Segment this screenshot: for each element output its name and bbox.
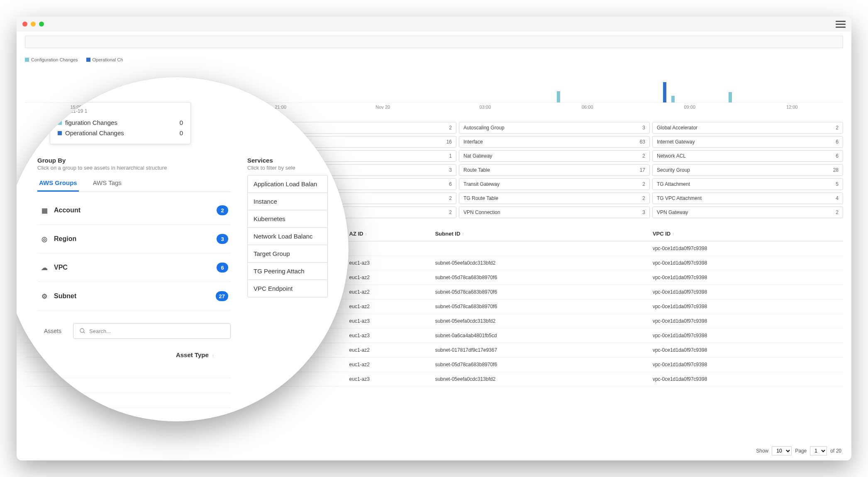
chart-legend: Configuration Changes Operational Ch (25, 57, 843, 62)
subnet-icon: ⚙ (40, 292, 49, 301)
tick-label: 06:00 (536, 105, 639, 110)
account-icon: ▦ (40, 206, 49, 215)
pager-page-label: Page (795, 448, 807, 454)
service-filter[interactable]: Application Load Balan (247, 175, 328, 193)
group-by-subtitle: Click on a group to see assets in hierar… (37, 165, 231, 171)
search-icon (79, 328, 86, 334)
menu-icon[interactable] (836, 21, 846, 28)
tick-label: Nov 20 (332, 105, 434, 110)
service-filter[interactable]: Global Accelerator2 (652, 122, 843, 134)
count-badge: 3 (217, 234, 228, 244)
group-item-vpc[interactable]: ☁VPC6 (37, 253, 231, 282)
region-icon: ◎ (40, 234, 49, 243)
window-controls (22, 22, 44, 27)
col-asset-type-zoom: Asset Type ↑ (37, 351, 231, 358)
service-filter[interactable]: Network Load Balanc (247, 228, 328, 245)
service-filter[interactable]: TG VPC Attachment4 (652, 192, 843, 204)
col-subnet[interactable]: Subnet ID↑ (432, 226, 649, 241)
vpc-icon: ☁ (40, 263, 49, 272)
tab-aws-tags[interactable]: AWS Tags (91, 175, 123, 192)
count-badge: 2 (217, 205, 228, 215)
service-filter[interactable]: Instance (247, 193, 328, 210)
service-filter[interactable]: VPN Gateway2 (652, 207, 843, 218)
service-filter[interactable]: TG Route Table2 (459, 192, 650, 204)
service-filter[interactable]: Interface63 (459, 136, 650, 148)
square-icon (25, 58, 29, 62)
search-input[interactable]: Search... (73, 323, 231, 339)
sort-icon: ↑ (462, 232, 464, 236)
service-filter[interactable]: Nat Gateway2 (459, 150, 650, 162)
service-filter[interactable]: Autoscaling Group3 (459, 122, 650, 134)
count-badge: 6 (217, 263, 228, 273)
service-filter[interactable]: Route Table17 (459, 164, 650, 176)
pager-of-label: of 20 (830, 448, 841, 454)
service-filter[interactable]: Network ACL6 (652, 150, 843, 162)
service-filter[interactable]: Kubernetes (247, 210, 328, 228)
table-row[interactable]: eni-02484f46bb7cb8467 (37, 408, 231, 421)
tab-aws-groups[interactable]: AWS Groups (37, 175, 79, 192)
service-filter[interactable]: Internet Gateway6 (652, 136, 843, 148)
chart-bar[interactable] (663, 82, 666, 102)
legend-config: Configuration Changes (25, 57, 78, 62)
square-icon (58, 131, 62, 135)
chart-bar[interactable] (671, 96, 675, 102)
assets-label: Assets (37, 324, 68, 338)
service-filter[interactable]: Transit Gateway2 (459, 178, 650, 190)
minimize-icon[interactable] (31, 22, 36, 27)
pager-show-label: Show (756, 448, 768, 454)
services-grid: 2Autoscaling Group3Global Accelerator216… (266, 122, 843, 218)
tick-label: 12:00 (741, 105, 844, 110)
maximize-icon[interactable] (39, 22, 44, 27)
count-badge: 27 (216, 291, 228, 301)
tick-label: 03:00 (434, 105, 536, 110)
svg-line-1 (83, 332, 85, 333)
group-by-title: Group By (37, 157, 231, 164)
services-subtitle: Click to filter by sele (247, 165, 328, 171)
sort-icon: ↑ (365, 232, 367, 236)
group-by-tabs: AWS Groups AWS Tags (37, 175, 231, 192)
group-item-subnet[interactable]: ⚙Subnet27 (37, 282, 231, 311)
titlebar (17, 17, 851, 32)
service-filter[interactable]: Target Group (247, 245, 328, 263)
table-row[interactable]: ub (37, 363, 231, 378)
close-icon[interactable] (22, 22, 27, 27)
square-icon (86, 58, 90, 62)
page-number-select[interactable]: 1 (810, 446, 827, 455)
group-item-region[interactable]: ◎Region3 (37, 225, 231, 253)
service-filter[interactable]: Security Group28 (652, 164, 843, 176)
tick-label: 09:00 (639, 105, 741, 110)
svg-point-0 (80, 329, 84, 332)
chart-bar[interactable] (557, 91, 560, 102)
timeline-overview[interactable] (25, 36, 843, 48)
service-filter[interactable]: TG Attachment5 (652, 178, 843, 190)
col-vpc[interactable]: VPC ID↑ (649, 226, 843, 241)
page-size-select[interactable]: 10 (772, 446, 792, 455)
service-filter[interactable]: TG Peering Attach (247, 263, 328, 280)
service-filter[interactable]: VPN Connection3 (459, 207, 650, 218)
chart-bar[interactable] (729, 92, 732, 102)
col-az[interactable]: AZ ID↑ (346, 226, 432, 241)
pagination: Show 10 Page 1 of 20 (756, 446, 841, 455)
sort-icon: ↑ (672, 232, 674, 236)
zoom-lens: 2024-11-19 1 figuration Changes0Operatio… (17, 77, 349, 421)
legend-oper: Operational Ch (86, 57, 123, 62)
tooltip-row: figuration Changes0 (58, 117, 183, 128)
app-window: Oct 23Oct 26Oct 29November23:0023:0023:0… (17, 17, 851, 460)
table-row[interactable]: eni-0104bd5b0197ff0 (37, 393, 231, 408)
group-item-account[interactable]: ▦Account2 (37, 196, 231, 225)
tooltip-row: Operational Changes0 (58, 128, 183, 138)
tooltip-timestamp: 2024-11-19 1 (58, 108, 183, 114)
services-title: Services (247, 157, 328, 164)
service-filter[interactable]: VPC Endpoint (247, 280, 328, 297)
